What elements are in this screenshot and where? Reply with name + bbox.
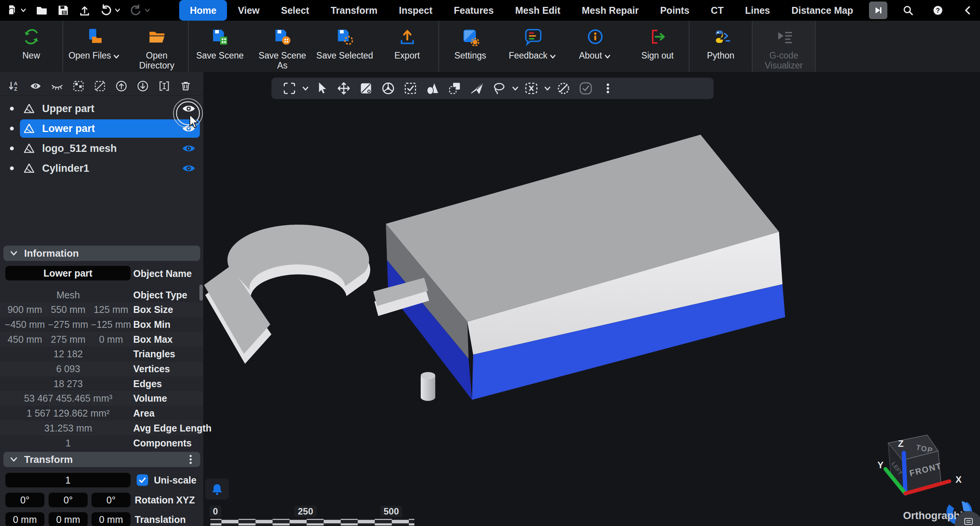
translation-z-field[interactable]: 0 mm — [91, 512, 131, 526]
new-document-icon[interactable] — [5, 4, 27, 17]
search-button[interactable] — [899, 2, 917, 19]
gcode-visualizer-button[interactable]: G-code Visualizer — [753, 21, 815, 72]
confirm-icon[interactable] — [578, 81, 593, 96]
tab-inspect[interactable]: Inspect — [388, 0, 443, 21]
save-icon[interactable] — [57, 4, 70, 17]
info-value: 0 mm — [99, 334, 123, 345]
info-value: 450 mm — [8, 334, 42, 345]
chevron-down-icon[interactable] — [543, 81, 552, 96]
tab-mesh-edit[interactable]: Mesh Edit — [505, 0, 571, 21]
redo-icon[interactable] — [129, 4, 151, 17]
visibility-eye-icon[interactable] — [181, 142, 196, 155]
information-header[interactable]: Information — [3, 246, 200, 261]
ribbon-group: Save SceneSave Scene AsSave SelectedExpo… — [189, 21, 439, 72]
chevron-down-icon — [604, 53, 611, 60]
help-button[interactable] — [929, 2, 947, 19]
translation-y-field[interactable]: 0 mm — [49, 512, 88, 526]
scene-canvas[interactable]: TOP FRONT LEFT Z Y X — [203, 72, 980, 526]
info-row: 53 467 455.465 mm³Volume — [0, 391, 203, 406]
panel-scrollbar[interactable] — [199, 285, 203, 301]
tab-lines[interactable]: Lines — [734, 0, 781, 21]
hide-all-icon[interactable] — [51, 80, 64, 93]
move-up-icon[interactable] — [115, 80, 128, 93]
collapse-panel-button[interactable] — [959, 2, 977, 19]
rotation-y-field[interactable]: 0° — [49, 493, 88, 507]
save-scene-as-button[interactable]: Save Scene As — [251, 21, 314, 72]
chevron-down-icon — [549, 53, 557, 60]
save-scene-button[interactable]: Save Scene — [189, 21, 251, 72]
more-menu-icon[interactable] — [600, 81, 616, 96]
undo-icon[interactable] — [100, 4, 121, 17]
chevron-down-icon[interactable] — [301, 81, 310, 96]
visibility-eye-icon[interactable] — [181, 162, 196, 174]
transform-header[interactable]: Transform — [3, 452, 200, 467]
tab-home[interactable]: Home — [179, 0, 227, 21]
tree-item-label: logo_512 mesh — [42, 143, 117, 155]
cut-tool-icon[interactable] — [469, 81, 485, 96]
show-all-icon[interactable] — [29, 80, 42, 93]
tree-item-logo-512-mesh[interactable]: logo_512 mesh — [0, 138, 203, 158]
translation-label: Translation — [135, 514, 186, 525]
new-button[interactable]: New — [0, 21, 62, 72]
ribbon-item-label: New — [22, 50, 40, 60]
feedback-button[interactable]: Feedback — [501, 21, 564, 72]
rect-select-icon[interactable] — [403, 81, 418, 96]
expand-tabs-button[interactable] — [869, 2, 887, 19]
open-files-button[interactable]: Open Files — [63, 21, 126, 72]
tab-transform[interactable]: Transform — [320, 0, 388, 21]
mesh-cylinder1[interactable] — [421, 372, 435, 401]
chevron-down-icon[interactable] — [20, 7, 27, 14]
primitives-icon[interactable] — [425, 81, 440, 96]
tab-points[interactable]: Points — [649, 0, 700, 21]
chevron-down-icon[interactable] — [114, 7, 121, 14]
rotation-z-field[interactable]: 0° — [91, 493, 131, 507]
export-icon[interactable] — [78, 4, 91, 17]
about-button[interactable]: About — [564, 21, 626, 72]
move-down-icon[interactable] — [136, 80, 149, 93]
rename-icon[interactable] — [158, 80, 171, 93]
clear-selection-icon[interactable] — [556, 81, 571, 96]
fit-view-icon[interactable] — [282, 81, 297, 96]
export-button[interactable]: Export — [376, 21, 438, 72]
deselect-box-icon[interactable] — [524, 81, 539, 96]
mouse-cursor — [190, 115, 198, 128]
move-tool-icon[interactable] — [336, 81, 351, 96]
ribbon-item-label: Save Scene — [196, 50, 243, 60]
open-directory-button[interactable]: Open Directory — [126, 21, 188, 72]
delete-icon[interactable] — [179, 80, 192, 93]
z-axis — [904, 453, 905, 493]
save-selected-button[interactable]: Save Selected — [314, 21, 376, 72]
select-all-icon[interactable] — [72, 80, 85, 93]
translation-x-field[interactable]: 0 mm — [5, 512, 44, 526]
uniscale-checkbox[interactable] — [137, 474, 148, 486]
rotation-x-field[interactable]: 0° — [5, 493, 44, 507]
lasso-select-icon[interactable] — [492, 81, 507, 96]
navigation-wheel-icon[interactable] — [381, 81, 396, 96]
chevron-down-icon — [9, 248, 19, 258]
open-folder-icon[interactable] — [35, 4, 48, 17]
tab-mesh-repair[interactable]: Mesh Repair — [571, 0, 650, 21]
tab-ct[interactable]: CT — [700, 0, 734, 21]
viewport-3d[interactable]: TOP FRONT LEFT Z Y X — [203, 72, 980, 526]
sort-az-icon[interactable] — [8, 80, 21, 93]
settings-button[interactable]: Settings — [439, 21, 501, 72]
chevron-down-icon[interactable] — [511, 81, 519, 96]
orientation-gizmo[interactable]: TOP FRONT LEFT Z Y X — [877, 435, 962, 493]
sign-out-button[interactable]: Sign out — [626, 21, 689, 72]
notifications-bell-button[interactable] — [205, 479, 229, 500]
ribbon-item-label: Sign out — [641, 50, 673, 60]
info-value: 1 — [65, 437, 71, 448]
deselect-all-icon[interactable] — [93, 80, 106, 93]
viewport-settings-icon[interactable] — [358, 81, 374, 96]
chevron-down-icon[interactable] — [144, 7, 151, 14]
python-button[interactable]: Python — [689, 21, 752, 72]
uniscale-field[interactable]: 1 — [5, 473, 131, 487]
duplicate-icon[interactable] — [447, 81, 462, 96]
tab-distance-map[interactable]: Distance Map — [781, 0, 864, 21]
kebab-menu-icon[interactable] — [186, 454, 195, 465]
tree-item-cylinder1[interactable]: Cylinder1 — [0, 158, 203, 178]
select-cursor-icon[interactable] — [314, 81, 329, 96]
tab-features[interactable]: Features — [443, 0, 504, 21]
tab-view[interactable]: View — [227, 0, 270, 21]
tab-select[interactable]: Select — [270, 0, 320, 21]
